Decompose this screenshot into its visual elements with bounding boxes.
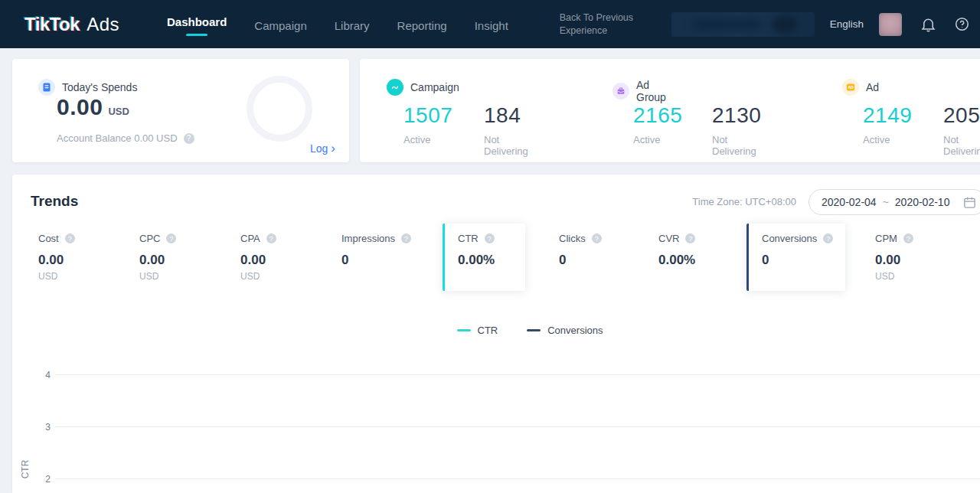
metric-label: Conversions [762,233,817,244]
avatar-image-blurred [879,13,902,36]
metric-label: CPM [875,233,897,244]
tiktok-ads-logo[interactable]: TikTok Ads [24,14,119,35]
help-icon[interactable]: ? [166,233,176,243]
metric-value: 0.00 [875,253,930,268]
redacted-blur [772,15,798,34]
metric-unit: USD [240,271,296,282]
campaign-active-count[interactable]: 1507 [403,103,452,128]
help-icon[interactable]: ? [903,233,913,243]
help-icon[interactable]: ? [685,233,695,243]
campaign-not-delivering-count[interactable]: 184 [484,103,528,128]
language-selector[interactable]: English [830,18,864,30]
account-balance-label: Account Balance 0.00 USD [57,132,178,144]
ad-group-active-count[interactable]: 2165 [633,103,682,128]
metric-cpm[interactable]: CPM? 0.00 USD [860,224,942,291]
back-to-previous-link[interactable]: Back To Previous Experience [560,11,641,38]
metric-label: CTR [458,233,479,244]
nav-tab-campaign[interactable]: Campaign [254,16,306,32]
help-icon[interactable]: ? [823,233,833,243]
delivery-stats-card: Campaign 1507 Active 184 Not Delivering … [360,59,980,162]
legend-swatch-ctr [457,329,471,331]
metric-impressions[interactable]: Impressions? 0 [326,224,423,291]
help-icon[interactable]: ? [65,233,75,243]
metric-conversions-selected[interactable]: Conversions? 0 [746,224,845,291]
help-icon[interactable]: ? [485,233,495,243]
nav-tab-dashboard[interactable]: Dashboard [167,12,227,36]
legend-swatch-conversions [527,329,541,331]
spends-document-icon [38,79,55,96]
active-label: Active [863,134,912,145]
metric-label: Clicks [559,233,586,244]
spends-card-title: Today's Spends [62,81,137,93]
metric-ctr-selected[interactable]: CTR? 0.00% [443,224,525,291]
legend-label: Conversions [547,325,603,336]
logo-ads-text: Ads [87,14,119,35]
legend-label: CTR [478,325,498,336]
account-selector-redacted[interactable] [671,12,815,37]
top-navbar: TikTok Ads Dashboard Campaign Library Re… [0,0,980,48]
metric-cost[interactable]: Cost? 0.00 USD [23,224,106,291]
ad-not-delivering-count[interactable]: 2051 [943,103,980,128]
metric-unit: USD [139,271,194,282]
trends-chart: CTR 4 3 2 [12,351,980,493]
metric-clicks[interactable]: Clicks? 0 [544,224,626,291]
chevron-right-icon: › [331,143,335,154]
metric-unit [762,271,833,282]
metric-label: CVR [658,233,679,244]
redacted-blur [693,18,762,31]
nav-tab-label: Insight [475,19,508,32]
nav-tab-insight[interactable]: Insight [475,16,508,32]
avatar[interactable] [879,13,902,36]
log-link[interactable]: Log › [310,142,335,155]
date-end: 2020-02-10 [895,196,950,208]
date-separator: ~ [883,196,889,208]
nav-tab-label: Library [335,19,370,32]
metric-value: 0.00 [139,253,194,268]
metric-unit [458,271,513,282]
legend-item-conversions[interactable]: Conversions [527,325,603,336]
y-axis-label: CTR [20,458,31,481]
metric-cvr[interactable]: CVR? 0.00% [643,224,726,291]
metric-cpc[interactable]: CPC? 0.00 USD [124,224,207,291]
spend-currency: USD [108,106,129,117]
active-tab-underline [186,34,207,36]
metric-unit [658,271,714,282]
ad-group-not-delivering-count[interactable]: 2130 [712,103,761,128]
timezone-label: Time Zone: UTC+08:00 [692,196,796,207]
svg-text:AD: AD [848,85,854,90]
date-range-picker[interactable]: 2020-02-04 ~ 2020-02-10 [808,189,980,215]
chart-legend: CTR Conversions [12,325,980,336]
trends-panel: Trends Time Zone: UTC+08:00 2020-02-04 ~… [12,175,980,493]
stats-group-title: Ad Group [636,79,666,103]
help-icon[interactable]: ? [184,133,194,144]
legend-item-ctr[interactable]: CTR [457,325,498,336]
gridline: 2 [55,478,980,479]
nav-tab-reporting[interactable]: Reporting [397,16,447,32]
not-delivering-label: Not Delivering [943,134,980,157]
todays-spends-card: Today's Spends 0.00 USD Account Balance … [12,59,349,162]
ad-active-count[interactable]: 2149 [863,103,912,128]
help-icon[interactable]: ? [266,233,276,243]
metric-value: 0 [341,253,411,268]
notifications-bell-icon[interactable] [920,17,936,32]
log-link-label: Log [310,142,328,155]
metric-label: CPA [240,233,260,244]
metric-unit: USD [38,271,93,282]
help-icon[interactable]: ? [592,233,602,243]
date-start: 2020-02-04 [822,196,877,208]
help-question-icon[interactable] [954,17,969,32]
y-tick: 4 [37,370,51,380]
help-icon[interactable]: ? [401,233,411,243]
not-delivering-label: Not Delivering [712,134,761,157]
nav-tab-library[interactable]: Library [335,16,370,32]
metric-unit [559,271,614,282]
active-label: Active [403,134,452,145]
trends-title: Trends [31,193,78,210]
metric-value: 0.00% [458,253,513,268]
nav-tab-label: Campaign [254,19,306,32]
main-nav: Dashboard Campaign Library Reporting Ins… [167,0,508,48]
spend-donut-chart-empty [247,76,312,142]
metric-label: CPC [139,233,160,244]
metric-cpa[interactable]: CPA? 0.00 USD [225,224,308,291]
ad-icon: AD [842,79,859,96]
